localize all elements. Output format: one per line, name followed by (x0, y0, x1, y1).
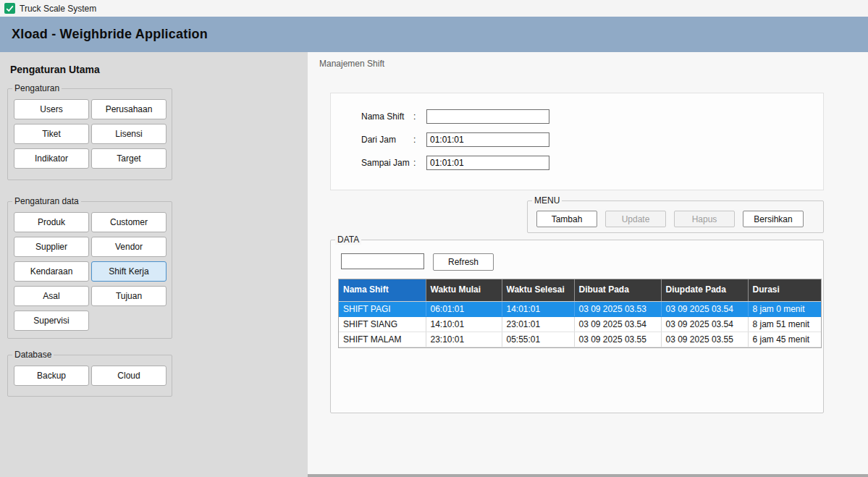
table-cell: 05:55:01 (502, 332, 574, 347)
column-header-waktu-selesai[interactable]: Waktu Selesai (502, 279, 574, 301)
group-label: Pengaturan (12, 83, 62, 93)
table-cell: 14:01:01 (502, 301, 574, 316)
table-cell: 8 jam 0 menit (748, 301, 821, 316)
column-header-diupdate-pada[interactable]: Diupdate Pada (661, 279, 748, 301)
group-button-grid: BackupCloud (14, 366, 167, 386)
table-row[interactable]: SHIFT PAGI06:01:0114:01:0103 09 2025 03.… (339, 301, 821, 316)
column-header-nama-shift[interactable]: Nama Shift (339, 279, 426, 301)
group-button-grid: ProdukCustomerSupplierVendorKendaraanShi… (14, 212, 167, 331)
sidebar-button-supervisi[interactable]: Supervisi (14, 311, 89, 331)
sidebar-button-backup[interactable]: Backup (14, 366, 89, 386)
table-cell: 03 09 2025 03.55 (574, 332, 661, 347)
table-cell: 23:01:01 (502, 316, 574, 332)
dari-jam-input[interactable] (426, 132, 549, 147)
sidebar-title: Pengaturan Utama (10, 64, 100, 75)
group-label: Pengaturan data (12, 196, 81, 206)
table-cell: 03 09 2025 03.55 (661, 332, 748, 347)
shift-table-wrap: Nama ShiftWaktu MulaiWaktu SelesaiDibuat… (338, 279, 822, 348)
table-row[interactable]: SHIFT SIANG14:10:0123:01:0103 09 2025 03… (339, 316, 821, 332)
shift-form-fields: Nama Shift:Dari Jam:Sampai Jam: (361, 109, 823, 171)
table-cell: SHIFT SIANG (339, 316, 426, 332)
form-row-dari-jam: Dari Jam: (361, 132, 823, 148)
sidebar-button-customer[interactable]: Customer (91, 212, 167, 232)
field-label: Nama Shift (361, 111, 413, 122)
sidebar-button-indikator[interactable]: Indikator (14, 148, 89, 169)
sidebar-button-shift-kerja[interactable]: Shift Kerja (91, 261, 167, 282)
sidebar-button-cloud[interactable]: Cloud (91, 366, 167, 386)
update-button: Update (605, 211, 666, 227)
column-header-dibuat-pada[interactable]: Dibuat Pada (574, 279, 661, 301)
table-cell: 6 jam 45 menit (748, 332, 821, 347)
content: Pengaturan Utama PengaturanUsersPerusaha… (0, 52, 868, 477)
menu-groupbox: MENU TambahUpdateHapusBersihkan (527, 200, 824, 233)
table-cell: 03 09 2025 03.53 (574, 301, 661, 316)
table-cell: 06:01:01 (426, 301, 502, 316)
bottom-edge (308, 474, 868, 477)
sidebar-button-supplier[interactable]: Supplier (14, 237, 89, 257)
sidebar-button-vendor[interactable]: Vendor (91, 237, 167, 257)
group-button-grid: UsersPerusahaanTiketLisensiIndikatorTarg… (14, 99, 167, 169)
group-database: DatabaseBackupCloud (7, 355, 172, 397)
sidebar-button-produk[interactable]: Produk (14, 212, 89, 232)
data-group-label: DATA (335, 235, 361, 245)
sampai-jam-input[interactable] (426, 156, 549, 170)
table-cell: SHIFT MALAM (339, 332, 426, 347)
field-separator: : (413, 158, 426, 168)
sidebar-button-target[interactable]: Target (91, 148, 167, 169)
column-header-waktu-mulai[interactable]: Waktu Mulai (426, 279, 502, 301)
hapus-button: Hapus (674, 211, 735, 227)
shift-table-head-row: Nama ShiftWaktu MulaiWaktu SelesaiDibuat… (339, 279, 821, 301)
table-cell: SHIFT PAGI (339, 301, 426, 316)
shift-form: Nama Shift:Dari Jam:Sampai Jam: (330, 93, 824, 190)
main-panel: Manajemen Shift Nama Shift:Dari Jam:Samp… (308, 52, 868, 477)
table-cell: 03 09 2025 03.54 (661, 301, 748, 316)
refresh-button[interactable]: Refresh (433, 253, 494, 271)
search-input[interactable] (341, 253, 424, 269)
form-row-sampai-jam: Sampai Jam: (361, 155, 823, 171)
field-label: Sampai Jam (361, 158, 413, 168)
app-window: Truck Scale System Xload - Weighbride Ap… (0, 0, 868, 477)
window-title: Truck Scale System (20, 4, 96, 14)
sidebar-button-perusahaan[interactable]: Perusahaan (91, 99, 167, 119)
page-title: Manajemen Shift (319, 59, 384, 69)
nama-shift-input[interactable] (426, 109, 549, 124)
menu-buttons: TambahUpdateHapusBersihkan (536, 211, 804, 227)
tambah-button[interactable]: Tambah (536, 211, 597, 227)
field-label: Dari Jam (361, 135, 413, 145)
column-header-durasi[interactable]: Durasi (748, 279, 821, 301)
sidebar-button-tiket[interactable]: Tiket (14, 124, 89, 144)
table-cell: 14:10:01 (426, 316, 502, 332)
sidebar-button-users[interactable]: Users (14, 99, 89, 119)
table-cell: 03 09 2025 03.54 (661, 316, 748, 332)
sidebar: Pengaturan Utama PengaturanUsersPerusaha… (0, 52, 308, 477)
sidebar-button-asal[interactable]: Asal (14, 286, 89, 306)
shift-table: Nama ShiftWaktu MulaiWaktu SelesaiDibuat… (339, 279, 821, 347)
group-pengaturan: PengaturanUsersPerusahaanTiketLisensiInd… (7, 88, 172, 180)
form-row-nama-shift: Nama Shift: (361, 109, 823, 124)
sidebar-button-tujuan[interactable]: Tujuan (91, 286, 167, 306)
shift-table-body: SHIFT PAGI06:01:0114:01:0103 09 2025 03.… (339, 301, 821, 347)
bersihkan-button[interactable]: Bersihkan (743, 211, 804, 227)
field-separator: : (413, 135, 426, 145)
truck-scale-app-icon (4, 3, 15, 14)
app-header: Xload - Weighbride Application (0, 17, 868, 52)
menu-group-label: MENU (532, 195, 562, 206)
field-separator: : (413, 111, 426, 122)
group-label: Database (12, 350, 54, 360)
data-groupbox: DATA Refresh Nama ShiftWaktu MulaiWaktu … (330, 240, 824, 413)
sidebar-button-kendaraan[interactable]: Kendaraan (14, 261, 89, 282)
table-row[interactable]: SHIFT MALAM23:10:0105:55:0103 09 2025 03… (339, 332, 821, 347)
app-title: Xload - Weighbride Application (12, 27, 208, 42)
table-cell: 23:10:01 (426, 332, 502, 347)
group-pengaturan-data: Pengaturan dataProdukCustomerSupplierVen… (7, 201, 172, 339)
titlebar: Truck Scale System (0, 0, 868, 17)
table-cell: 8 jam 51 menit (748, 316, 821, 332)
sidebar-button-lisensi[interactable]: Lisensi (91, 124, 167, 144)
table-cell: 03 09 2025 03.54 (574, 316, 661, 332)
